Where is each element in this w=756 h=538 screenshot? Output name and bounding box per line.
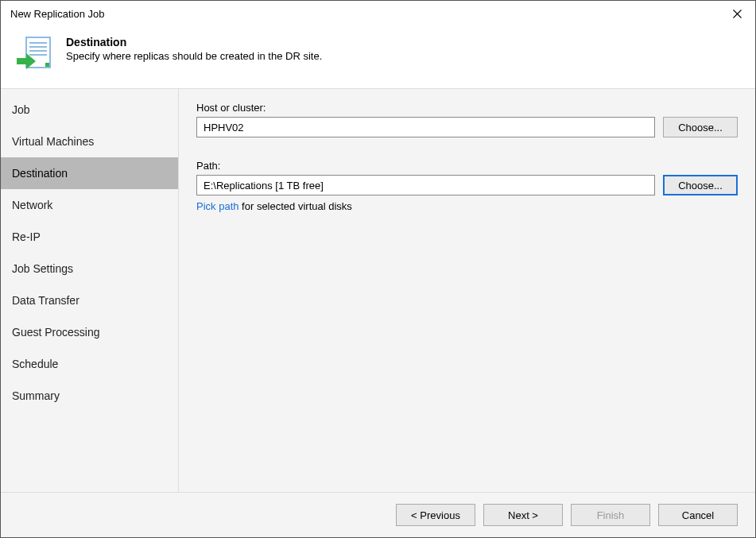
sidebar-item-summary[interactable]: Summary	[1, 380, 178, 412]
sidebar-item-guest-processing[interactable]: Guest Processing	[1, 316, 178, 348]
destination-icon	[15, 34, 53, 72]
finish-button: Finish	[571, 504, 650, 526]
titlebar: New Replication Job	[1, 1, 755, 26]
footer: < Previous Next > Finish Cancel	[1, 492, 755, 537]
path-input[interactable]	[196, 175, 655, 195]
sidebar-item-schedule[interactable]: Schedule	[1, 348, 178, 380]
sidebar-item-data-transfer[interactable]: Data Transfer	[1, 284, 178, 316]
sidebar-item-label: Re-IP	[12, 230, 41, 243]
sidebar-item-job[interactable]: Job	[1, 94, 178, 126]
pick-path-hint: Pick path for selected virtual disks	[196, 200, 738, 212]
sidebar-item-label: Destination	[12, 167, 68, 180]
header-description: Specify where replicas should be created…	[66, 50, 322, 62]
header-text: Destination Specify where replicas shoul…	[66, 34, 322, 62]
sidebar-item-job-settings[interactable]: Job Settings	[1, 253, 178, 284]
path-field-group: Path: Choose... Pick path for selected v…	[196, 160, 738, 212]
sidebar-item-label: Job	[12, 103, 30, 116]
pick-path-link[interactable]: Pick path	[196, 200, 238, 212]
body: Job Virtual Machines Destination Network…	[1, 88, 755, 492]
dialog-window: New Replication Job Destination Specify …	[0, 0, 756, 538]
sidebar-item-re-ip[interactable]: Re-IP	[1, 221, 178, 253]
sidebar-item-label: Job Settings	[12, 262, 73, 275]
cancel-button[interactable]: Cancel	[658, 504, 738, 526]
main-panel: Host or cluster: Choose... Path: Choose.…	[179, 89, 755, 492]
sidebar-item-label: Schedule	[12, 358, 58, 370]
sidebar-item-destination[interactable]: Destination	[1, 157, 178, 189]
path-choose-button[interactable]: Choose...	[663, 175, 738, 195]
previous-button[interactable]: < Previous	[396, 504, 475, 526]
host-choose-button[interactable]: Choose...	[663, 117, 738, 137]
host-label: Host or cluster:	[196, 102, 738, 114]
header-title: Destination	[66, 36, 322, 48]
sidebar-item-network[interactable]: Network	[1, 189, 178, 221]
window-title: New Replication Job	[10, 8, 105, 20]
svg-rect-7	[45, 63, 49, 67]
sidebar-item-virtual-machines[interactable]: Virtual Machines	[1, 126, 178, 157]
close-icon	[733, 10, 742, 18]
next-button[interactable]: Next >	[483, 504, 563, 526]
host-input[interactable]	[196, 117, 655, 137]
close-button[interactable]	[719, 1, 755, 26]
sidebar-item-label: Guest Processing	[12, 326, 100, 339]
sidebar-item-label: Data Transfer	[12, 294, 79, 307]
wizard-sidebar: Job Virtual Machines Destination Network…	[1, 89, 179, 492]
path-label: Path:	[196, 160, 738, 172]
sidebar-item-label: Virtual Machines	[12, 135, 94, 148]
header: Destination Specify where replicas shoul…	[1, 26, 755, 88]
sidebar-item-label: Summary	[12, 389, 60, 402]
host-field-group: Host or cluster: Choose...	[196, 102, 738, 137]
pick-path-suffix: for selected virtual disks	[238, 200, 351, 212]
sidebar-item-label: Network	[12, 199, 52, 211]
